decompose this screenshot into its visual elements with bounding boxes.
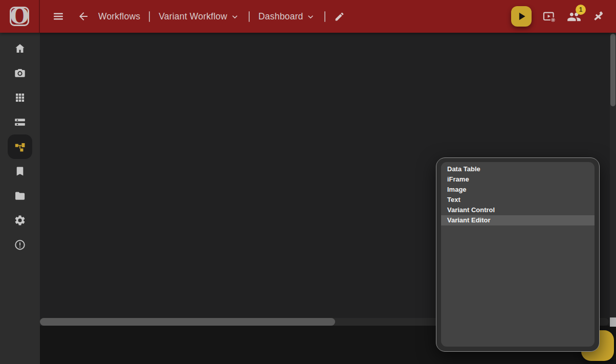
run-button[interactable] [511,6,532,27]
alert-icon [14,239,26,251]
menu-item-variant-control[interactable]: Variant Control [441,205,595,215]
app-window: O Workflows Variant Workflow Dashboard [0,0,616,364]
breadcrumb: Workflows Variant Workflow Dashboard [40,10,345,22]
breadcrumb-divider [249,11,250,22]
bookmark-icon [14,165,26,177]
workflow-name: Variant Workflow [159,11,227,22]
horizontal-scrollbar-thumb[interactable] [40,318,335,326]
sidebar-item-alerts[interactable] [8,233,32,257]
sidebar-item-workflows[interactable] [8,134,32,159]
breadcrumb-divider [324,11,325,22]
gear-icon [14,214,26,226]
chevron-down-icon [305,12,316,22]
chevron-down-icon [230,12,240,22]
sidebar-item-home[interactable] [8,36,32,61]
sidebar-item-settings[interactable] [8,208,32,233]
notification-badge: 1 [576,5,586,15]
logo-frame: O [10,7,29,26]
left-sidebar [0,33,40,364]
folder-icon [14,190,26,202]
workflow-selector[interactable]: Variant Workflow [159,11,240,22]
sidebar-item-files[interactable] [8,184,32,208]
home-icon [14,42,26,55]
app-logo[interactable]: O [0,0,40,33]
menu-item-variant-editor[interactable]: Variant Editor [441,215,595,225]
camera-icon [14,67,26,79]
menu-item-data-table[interactable]: Data Table [441,164,595,174]
scrollbar-corner [610,317,616,327]
collaborators-button[interactable]: 1 [567,10,581,23]
menu-item-image[interactable]: Image [441,185,595,195]
build-tools-icon[interactable] [592,10,605,23]
sidebar-item-snapshots[interactable] [8,61,32,85]
workflow-schema-icon [14,141,26,153]
menu-item-iframe[interactable]: iFrame [441,174,595,185]
apps-grid-icon [14,92,26,104]
sidebar-item-storage[interactable] [8,110,32,134]
breadcrumb-workflows[interactable]: Workflows [98,11,140,22]
storage-icon [14,116,26,128]
breadcrumb-divider [149,11,150,22]
play-icon [515,10,528,23]
sidebar-item-apps[interactable] [8,85,32,110]
back-arrow-icon[interactable] [77,10,90,22]
view-name: Dashboard [258,11,303,22]
sidebar-item-bookmarks[interactable] [8,159,32,184]
menu-item-text[interactable]: Text [441,195,595,205]
hamburger-menu-icon[interactable] [52,10,64,22]
view-selector[interactable]: Dashboard [258,11,316,22]
topbar-actions: 1 [511,0,605,33]
component-menu-list: Data Table iFrame Image Text Variant Con… [441,162,595,347]
edit-pencil-icon[interactable] [334,11,345,22]
component-menu-panel: Data Table iFrame Image Text Variant Con… [436,157,600,352]
logo-letter: O [10,7,29,26]
vertical-scrollbar-thumb[interactable] [610,34,615,106]
top-app-bar: O Workflows Variant Workflow Dashboard [0,0,616,33]
run-settings-icon[interactable] [542,10,556,24]
